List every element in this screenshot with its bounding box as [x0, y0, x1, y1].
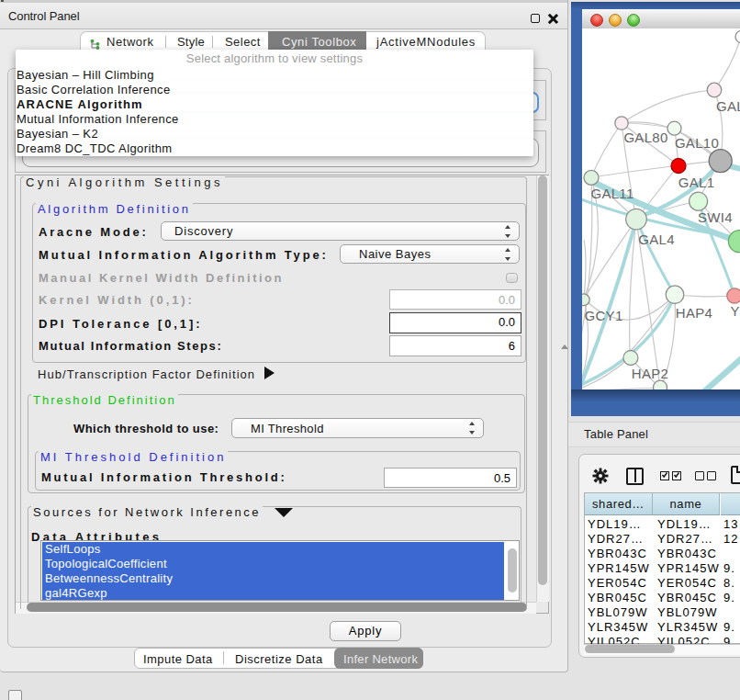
svg-text:GCY1: GCY1 — [585, 308, 623, 323]
svg-text:SWI4: SWI4 — [698, 209, 733, 225]
svg-text:HAP2: HAP2 — [632, 366, 668, 381]
svg-text:Y: Y — [730, 303, 739, 319]
svg-text:GAL4: GAL4 — [638, 231, 675, 247]
svg-text:GAL7: GAL7 — [716, 98, 740, 114]
svg-text:GAL11: GAL11 — [590, 186, 633, 201]
svg-text:GAL1: GAL1 — [678, 175, 715, 190]
svg-text:GAL80: GAL80 — [623, 130, 667, 145]
svg-text:HAP4: HAP4 — [676, 305, 712, 321]
svg-text:GAL10: GAL10 — [675, 135, 719, 151]
